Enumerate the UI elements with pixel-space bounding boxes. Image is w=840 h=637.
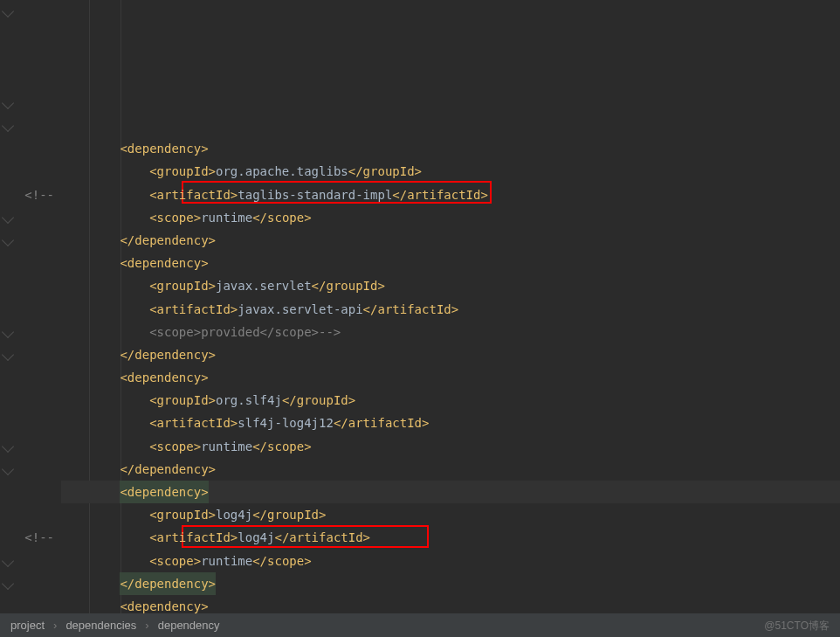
fold-icon[interactable] [2,120,14,132]
gutter-line: <!-- [16,183,54,206]
fold-icon[interactable] [2,440,14,453]
code-line[interactable]: </dependency> [61,343,840,366]
gutter-line [16,572,54,595]
gutter-line [16,69,54,92]
gutter-line [16,412,54,434]
code-line[interactable]: <artifactId>slf4j-log4j12</artifactId> [61,412,840,434]
chevron-right-icon: › [53,619,57,632]
fold-icon[interactable] [2,211,14,224]
gutter-line [16,114,54,137]
fold-icon[interactable] [2,326,14,338]
gutter-line [16,252,54,274]
gutter-line [16,297,54,320]
code-line[interactable]: <groupId>log4j</groupId> [61,503,840,526]
fold-icon[interactable] [2,463,14,475]
breadcrumb[interactable]: project › dependencies › dependency [0,613,840,637]
code-line[interactable]: <groupId>org.slf4j</groupId> [61,389,840,412]
gutter-line [16,137,54,160]
code-line[interactable]: </dependency> [61,572,840,595]
fold-icon[interactable] [2,555,14,567]
code-area[interactable]: <dependency> <groupId>org.apache.taglibs… [61,0,840,613]
code-line[interactable]: <dependency> [61,595,840,613]
code-line[interactable]: <scope>runtime</scope> [61,206,840,229]
fold-icon[interactable] [2,349,14,361]
gutter-line [16,274,54,297]
fold-icon[interactable] [2,97,14,109]
code-line[interactable]: <artifactId>log4j</artifactId> [61,526,840,549]
code-line[interactable]: <dependency> [61,252,840,274]
fold-icon[interactable] [2,234,14,246]
watermark: @51CTO博客 [764,619,830,634]
code-line[interactable]: <scope>provided</scope>--> [61,321,840,343]
gutter-line [16,92,54,114]
gutter-line [16,321,54,343]
gutter-line [16,343,54,366]
gutter-line [16,206,54,229]
gutter-line [16,0,54,23]
code-line[interactable]: <artifactId>javax.servlet-api</artifactI… [61,298,840,321]
gutter-line [16,389,54,412]
gutter-line: <!-- [16,526,54,549]
gutter-line [16,481,54,503]
fold-icon[interactable] [2,5,14,17]
gutter-line [16,366,54,389]
code-line[interactable]: </dependency> [61,458,840,481]
gutter-line [16,229,54,252]
gutter-margin: <!--<!-- [16,0,61,613]
code-line[interactable]: <scope>runtime</scope> [61,550,840,572]
code-line[interactable]: <groupId>javax.servlet</groupId> [61,274,840,297]
gutter-line [16,458,54,481]
code-line[interactable]: <groupId>org.apache.taglibs</groupId> [61,160,840,183]
fold-gutter[interactable] [0,0,16,613]
chevron-right-icon: › [145,619,148,632]
code-line[interactable]: <dependency> [61,366,840,389]
gutter-line [16,160,54,183]
gutter-line [16,45,54,68]
code-editor[interactable]: <!--<!-- <dependency> <groupId>org.apach… [0,0,840,613]
code-line[interactable]: </dependency> [61,229,840,252]
breadcrumb-item[interactable]: dependencies [65,619,136,632]
fold-icon[interactable] [2,578,14,590]
breadcrumb-item[interactable]: dependency [158,619,220,632]
gutter-line [16,595,54,613]
code-line[interactable]: <artifactId>taglibs-standard-impl</artif… [61,183,840,206]
code-line[interactable]: <dependency> [61,137,840,160]
code-line[interactable]: <dependency> [61,481,840,503]
breadcrumb-item[interactable]: project [10,619,45,632]
gutter-line [16,435,54,458]
code-line[interactable]: <scope>runtime</scope> [61,435,840,458]
gutter-line [16,23,54,45]
gutter-line [16,550,54,572]
gutter-line [16,503,54,526]
